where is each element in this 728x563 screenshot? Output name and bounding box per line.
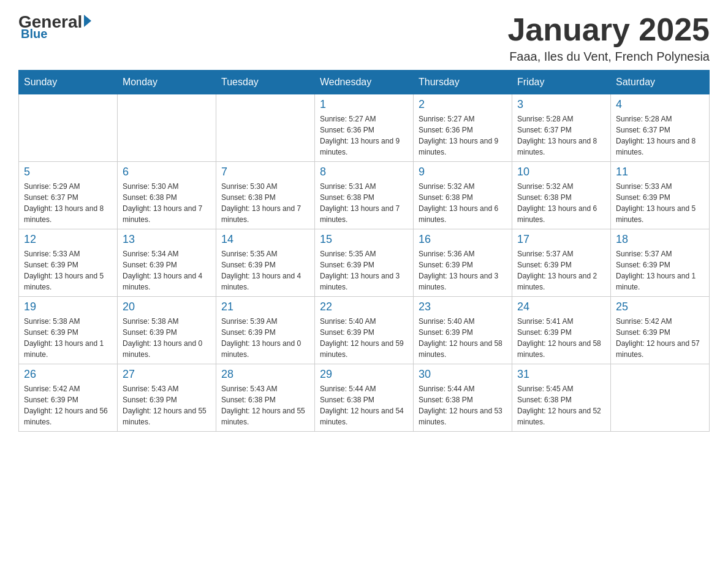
calendar-body: 1Sunrise: 5:27 AM Sunset: 6:36 PM Daylig… xyxy=(19,94,710,432)
week-row-5: 26Sunrise: 5:42 AM Sunset: 6:39 PM Dayli… xyxy=(19,364,710,432)
day-info-30: Sunrise: 5:44 AM Sunset: 6:38 PM Dayligh… xyxy=(419,383,507,427)
cell-week3-day5: 17Sunrise: 5:37 AM Sunset: 6:39 PM Dayli… xyxy=(512,229,611,297)
cell-week3-day2: 14Sunrise: 5:35 AM Sunset: 6:39 PM Dayli… xyxy=(216,229,315,297)
day-number-23: 23 xyxy=(419,301,507,313)
day-number-16: 16 xyxy=(419,233,507,246)
cell-week4-day6: 25Sunrise: 5:42 AM Sunset: 6:39 PM Dayli… xyxy=(611,297,710,364)
cell-week3-day4: 16Sunrise: 5:36 AM Sunset: 6:39 PM Dayli… xyxy=(414,229,512,297)
calendar-table: Sunday Monday Tuesday Wednesday Thursday… xyxy=(18,70,710,432)
day-info-21: Sunrise: 5:39 AM Sunset: 6:39 PM Dayligh… xyxy=(221,316,309,360)
day-number-19: 19 xyxy=(24,301,112,313)
day-number-30: 30 xyxy=(419,368,507,381)
day-number-2: 2 xyxy=(419,98,507,111)
day-number-5: 5 xyxy=(24,166,112,178)
header-monday: Monday xyxy=(118,71,216,94)
day-info-28: Sunrise: 5:43 AM Sunset: 6:38 PM Dayligh… xyxy=(221,383,309,427)
header-wednesday: Wednesday xyxy=(315,71,414,94)
week-row-4: 19Sunrise: 5:38 AM Sunset: 6:39 PM Dayli… xyxy=(19,297,710,364)
cell-week3-day0: 12Sunrise: 5:33 AM Sunset: 6:39 PM Dayli… xyxy=(19,229,118,297)
header-friday: Friday xyxy=(512,71,611,94)
day-number-21: 21 xyxy=(221,301,309,313)
cell-week4-day4: 23Sunrise: 5:40 AM Sunset: 6:39 PM Dayli… xyxy=(414,297,512,364)
cell-week4-day5: 24Sunrise: 5:41 AM Sunset: 6:39 PM Dayli… xyxy=(512,297,611,364)
cell-week1-day1 xyxy=(118,94,216,162)
cell-week5-day0: 26Sunrise: 5:42 AM Sunset: 6:39 PM Dayli… xyxy=(19,364,118,432)
day-number-20: 20 xyxy=(123,301,211,313)
day-info-10: Sunrise: 5:32 AM Sunset: 6:38 PM Dayligh… xyxy=(517,181,605,225)
cell-week5-day5: 31Sunrise: 5:45 AM Sunset: 6:38 PM Dayli… xyxy=(512,364,611,432)
day-info-13: Sunrise: 5:34 AM Sunset: 6:39 PM Dayligh… xyxy=(123,248,211,293)
header-saturday: Saturday xyxy=(611,71,710,94)
day-number-4: 4 xyxy=(616,98,704,111)
day-info-27: Sunrise: 5:43 AM Sunset: 6:39 PM Dayligh… xyxy=(123,383,211,427)
cell-week1-day3: 1Sunrise: 5:27 AM Sunset: 6:36 PM Daylig… xyxy=(315,94,414,162)
day-info-1: Sunrise: 5:27 AM Sunset: 6:36 PM Dayligh… xyxy=(320,113,408,158)
header-sunday: Sunday xyxy=(19,71,118,94)
cell-week2-day1: 6Sunrise: 5:30 AM Sunset: 6:38 PM Daylig… xyxy=(118,162,216,229)
day-info-15: Sunrise: 5:35 AM Sunset: 6:39 PM Dayligh… xyxy=(320,248,408,293)
cell-week3-day3: 15Sunrise: 5:35 AM Sunset: 6:39 PM Dayli… xyxy=(315,229,414,297)
day-info-3: Sunrise: 5:28 AM Sunset: 6:37 PM Dayligh… xyxy=(517,113,605,158)
day-info-17: Sunrise: 5:37 AM Sunset: 6:39 PM Dayligh… xyxy=(517,248,605,293)
day-info-12: Sunrise: 5:33 AM Sunset: 6:39 PM Dayligh… xyxy=(24,248,112,293)
cell-week5-day3: 29Sunrise: 5:44 AM Sunset: 6:38 PM Dayli… xyxy=(315,364,414,432)
cell-week1-day2 xyxy=(216,94,315,162)
logo-blue-text: Blue xyxy=(21,27,47,41)
header-tuesday: Tuesday xyxy=(216,71,315,94)
day-number-28: 28 xyxy=(221,368,309,381)
month-title: January 2025 xyxy=(507,12,710,47)
day-number-17: 17 xyxy=(517,233,605,246)
day-number-6: 6 xyxy=(123,166,211,178)
day-info-22: Sunrise: 5:40 AM Sunset: 6:39 PM Dayligh… xyxy=(320,316,408,360)
day-number-10: 10 xyxy=(517,166,605,178)
day-number-11: 11 xyxy=(616,166,704,178)
cell-week2-day6: 11Sunrise: 5:33 AM Sunset: 6:39 PM Dayli… xyxy=(611,162,710,229)
day-info-18: Sunrise: 5:37 AM Sunset: 6:39 PM Dayligh… xyxy=(616,248,704,293)
location-title: Faaa, Iles du Vent, French Polynesia xyxy=(507,50,710,64)
day-number-14: 14 xyxy=(221,233,309,246)
day-number-31: 31 xyxy=(517,368,605,381)
day-info-6: Sunrise: 5:30 AM Sunset: 6:38 PM Dayligh… xyxy=(123,181,211,225)
cell-week2-day4: 9Sunrise: 5:32 AM Sunset: 6:38 PM Daylig… xyxy=(414,162,512,229)
day-info-31: Sunrise: 5:45 AM Sunset: 6:38 PM Dayligh… xyxy=(517,383,605,427)
cell-week1-day4: 2Sunrise: 5:27 AM Sunset: 6:36 PM Daylig… xyxy=(414,94,512,162)
day-info-16: Sunrise: 5:36 AM Sunset: 6:39 PM Dayligh… xyxy=(419,248,507,293)
cell-week5-day4: 30Sunrise: 5:44 AM Sunset: 6:38 PM Dayli… xyxy=(414,364,512,432)
week-row-2: 5Sunrise: 5:29 AM Sunset: 6:37 PM Daylig… xyxy=(19,162,710,229)
day-number-15: 15 xyxy=(320,233,408,246)
cell-week5-day2: 28Sunrise: 5:43 AM Sunset: 6:38 PM Dayli… xyxy=(216,364,315,432)
day-number-25: 25 xyxy=(616,301,704,313)
cell-week1-day6: 4Sunrise: 5:28 AM Sunset: 6:37 PM Daylig… xyxy=(611,94,710,162)
cell-week4-day1: 20Sunrise: 5:38 AM Sunset: 6:39 PM Dayli… xyxy=(118,297,216,364)
logo: General Blue xyxy=(18,12,91,41)
day-number-29: 29 xyxy=(320,368,408,381)
cell-week5-day6 xyxy=(611,364,710,432)
week-row-1: 1Sunrise: 5:27 AM Sunset: 6:36 PM Daylig… xyxy=(19,94,710,162)
logo-triangle-icon xyxy=(84,15,91,27)
day-number-7: 7 xyxy=(221,166,309,178)
day-number-18: 18 xyxy=(616,233,704,246)
day-info-2: Sunrise: 5:27 AM Sunset: 6:36 PM Dayligh… xyxy=(419,113,507,158)
cell-week3-day6: 18Sunrise: 5:37 AM Sunset: 6:39 PM Dayli… xyxy=(611,229,710,297)
title-area: January 2025 Faaa, Iles du Vent, French … xyxy=(507,12,710,64)
day-number-8: 8 xyxy=(320,166,408,178)
day-number-3: 3 xyxy=(517,98,605,111)
day-info-25: Sunrise: 5:42 AM Sunset: 6:39 PM Dayligh… xyxy=(616,316,704,360)
day-number-24: 24 xyxy=(517,301,605,313)
day-info-7: Sunrise: 5:30 AM Sunset: 6:38 PM Dayligh… xyxy=(221,181,309,225)
header-thursday: Thursday xyxy=(414,71,512,94)
cell-week4-day0: 19Sunrise: 5:38 AM Sunset: 6:39 PM Dayli… xyxy=(19,297,118,364)
day-info-5: Sunrise: 5:29 AM Sunset: 6:37 PM Dayligh… xyxy=(24,181,112,225)
day-info-20: Sunrise: 5:38 AM Sunset: 6:39 PM Dayligh… xyxy=(123,316,211,360)
day-info-11: Sunrise: 5:33 AM Sunset: 6:39 PM Dayligh… xyxy=(616,181,704,225)
cell-week4-day2: 21Sunrise: 5:39 AM Sunset: 6:39 PM Dayli… xyxy=(216,297,315,364)
header: General Blue January 2025 Faaa, Iles du … xyxy=(18,12,710,64)
day-info-9: Sunrise: 5:32 AM Sunset: 6:38 PM Dayligh… xyxy=(419,181,507,225)
day-number-9: 9 xyxy=(419,166,507,178)
week-row-3: 12Sunrise: 5:33 AM Sunset: 6:39 PM Dayli… xyxy=(19,229,710,297)
cell-week2-day5: 10Sunrise: 5:32 AM Sunset: 6:38 PM Dayli… xyxy=(512,162,611,229)
cell-week2-day0: 5Sunrise: 5:29 AM Sunset: 6:37 PM Daylig… xyxy=(19,162,118,229)
day-info-14: Sunrise: 5:35 AM Sunset: 6:39 PM Dayligh… xyxy=(221,248,309,293)
day-info-4: Sunrise: 5:28 AM Sunset: 6:37 PM Dayligh… xyxy=(616,113,704,158)
cell-week3-day1: 13Sunrise: 5:34 AM Sunset: 6:39 PM Dayli… xyxy=(118,229,216,297)
